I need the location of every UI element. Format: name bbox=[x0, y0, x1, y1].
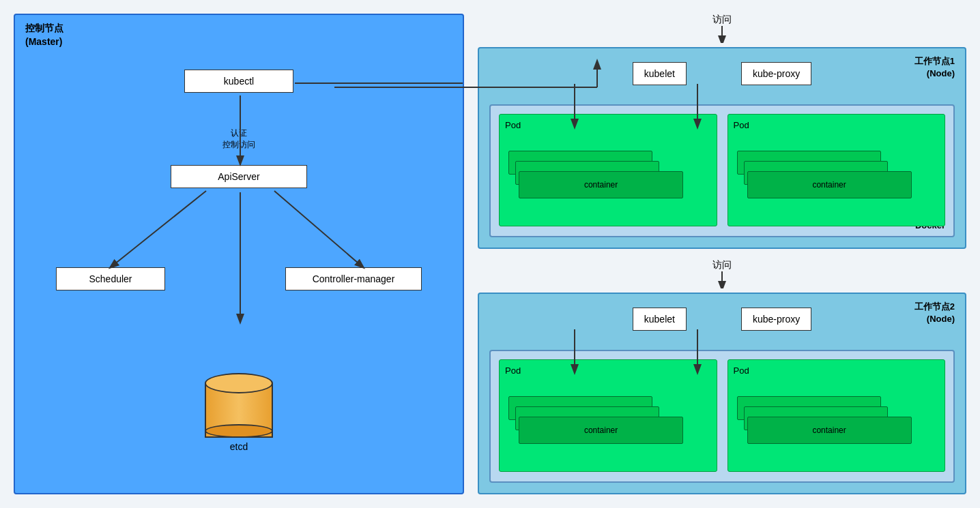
svg-line-3 bbox=[274, 191, 363, 267]
svg-line-2 bbox=[111, 191, 206, 267]
worker1-pod2-stack: container bbox=[734, 151, 940, 212]
access1-label: 访问 bbox=[712, 14, 732, 26]
worker2-pod1-stack: container bbox=[505, 396, 711, 458]
worker2-pod2-container: container bbox=[747, 417, 912, 444]
worker1-pod2: Pod container bbox=[727, 114, 946, 226]
etcd-label: etcd bbox=[230, 441, 248, 452]
worker1-pod1: Pod container bbox=[499, 114, 717, 226]
worker2-pod2-stack: container bbox=[734, 396, 940, 458]
access1-wrapper: 访问 bbox=[478, 14, 966, 37]
worker2-pod1-label: Pod bbox=[505, 365, 711, 376]
etcd-container: etcd bbox=[205, 370, 273, 452]
scheduler-box: Scheduler bbox=[56, 267, 165, 290]
access2-arrow: 访问 bbox=[712, 259, 732, 288]
master-title: 控制节点 (Master) bbox=[25, 22, 63, 48]
worker2-panel: 工作节点2 (Node) kubelet kube-proxy Pod bbox=[478, 293, 966, 494]
worker1-kube-proxy-box: kube-proxy bbox=[741, 62, 811, 85]
access1-arrow-svg bbox=[715, 26, 729, 43]
access2-wrapper: 访问 bbox=[478, 259, 966, 282]
worker1-pod1-container: container bbox=[519, 171, 683, 198]
access2-label: 访问 bbox=[712, 259, 732, 271]
auth-label: 认证 控制访问 bbox=[222, 128, 255, 151]
worker1-pod1-label: Pod bbox=[505, 120, 711, 130]
worker1-pod2-label: Pod bbox=[734, 120, 940, 130]
worker1-top-row: kubelet kube-proxy bbox=[489, 62, 955, 85]
worker1-pod1-stack: container bbox=[505, 151, 711, 212]
apiserver-box: ApiServer bbox=[171, 165, 307, 188]
worker-panels: 访问 工作节点1 (Node) kubel bbox=[478, 14, 966, 494]
worker2-pod2-label: Pod bbox=[734, 365, 940, 376]
worker1-pod2-container: container bbox=[747, 171, 912, 198]
controller-box: Controller-manager bbox=[285, 267, 422, 290]
worker2-top-row: kubelet kube-proxy bbox=[489, 308, 955, 331]
cylinder-bottom-ellipse bbox=[205, 424, 273, 438]
worker1-panel: 工作节点1 (Node) kubelet kube-proxy Docker P… bbox=[478, 47, 966, 249]
access2-arrow-svg bbox=[715, 271, 729, 288]
worker1-kubelet-box: kubelet bbox=[633, 62, 687, 85]
worker2-kubelet-box: kubelet bbox=[633, 308, 687, 331]
etcd-cylinder bbox=[205, 370, 273, 438]
worker2-pod1: Pod container bbox=[499, 359, 717, 472]
master-panel: 控制节点 (Master) kubectl 认证 控制访问 ApiServer … bbox=[14, 14, 464, 494]
worker2-pod1-container: container bbox=[519, 417, 683, 444]
kubectl-box: kubectl bbox=[184, 70, 293, 93]
diagram-wrapper: 控制节点 (Master) kubectl 认证 控制访问 ApiServer … bbox=[0, 0, 980, 508]
worker2-pod2: Pod container bbox=[727, 359, 946, 472]
worker2-docker-area: Pod container Pod bbox=[489, 350, 955, 483]
worker1-docker-area: Docker Pod container Pod bbox=[489, 104, 955, 237]
cylinder-top bbox=[205, 373, 273, 393]
worker2-kube-proxy-box: kube-proxy bbox=[741, 308, 811, 331]
access1-arrow: 访问 bbox=[712, 14, 732, 43]
